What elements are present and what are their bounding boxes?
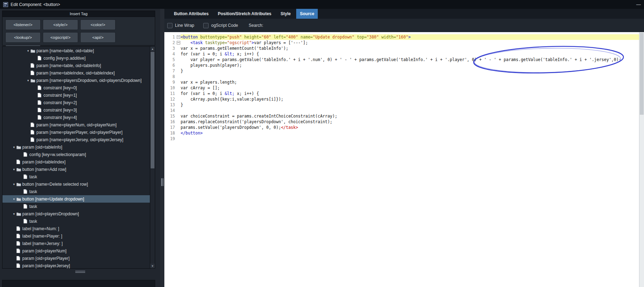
fold-gutter xyxy=(176,34,181,40)
tree-item[interactable]: constraint [key=1] xyxy=(2,91,150,99)
tree-item[interactable]: param [name=tableIndex, oid=tableIndex] xyxy=(2,69,150,77)
insert-tag-button-lookup[interactable]: <lookup/> xyxy=(5,32,41,43)
panel-splitter-handle[interactable] xyxy=(75,270,85,274)
line-number: 12 xyxy=(164,96,176,102)
code-text: var player = params.getValue('tableInfo.… xyxy=(181,57,639,62)
code-line: 13} xyxy=(164,102,639,108)
expander-icon[interactable]: ▾ xyxy=(12,212,16,216)
tree-item[interactable]: ▾param [oid=playersDropdown] xyxy=(2,210,150,217)
expander-icon[interactable]: ▾ xyxy=(12,197,16,201)
tree-item[interactable]: ▾button [name=Delete selected row] xyxy=(2,180,150,188)
fold-gutter xyxy=(176,74,181,79)
fold-gutter xyxy=(176,46,181,51)
tree-item[interactable]: task xyxy=(2,203,150,210)
file-icon xyxy=(16,160,22,164)
vertical-splitter-handle[interactable] xyxy=(163,178,163,186)
tree-item[interactable]: ▾button [name=Add row] xyxy=(2,166,150,173)
tree-item-label: param [oid=playersDropdown] xyxy=(22,211,79,216)
file-icon xyxy=(16,256,22,261)
tree-scrollbar[interactable]: ▲ ▼ xyxy=(150,47,155,268)
scroll-up-icon[interactable]: ▲ xyxy=(150,47,155,51)
tree-item[interactable]: label [name=Jersey: ] xyxy=(2,240,150,247)
tree-item[interactable]: param [oid=playerJersey] xyxy=(2,262,150,268)
tree-item[interactable]: task xyxy=(2,173,150,180)
fold-gutter xyxy=(176,85,181,91)
insert-tag-button-color[interactable]: <color/> xyxy=(80,19,116,30)
tree-item[interactable]: task xyxy=(2,217,150,225)
file-icon xyxy=(30,122,36,127)
tree-item-label: task xyxy=(29,204,37,209)
code-text xyxy=(181,136,639,142)
tab-button-attributes[interactable]: Button Attributes xyxy=(170,9,212,19)
editor-scrollbar[interactable] xyxy=(639,32,644,287)
tree-item[interactable]: ▾param [name=table, oid=table] xyxy=(2,47,150,54)
tree-item[interactable]: label [name=Num: ] xyxy=(2,225,150,232)
tree-item[interactable]: param [name=playerNum, oid=playerNum] xyxy=(2,121,150,128)
tree-item-label: constraint [key=2] xyxy=(43,100,77,105)
tree-item[interactable]: ▾param [name=playersDropdown, oid=player… xyxy=(2,77,150,84)
fold-gutter xyxy=(176,125,181,130)
code-text: var choiceConstraint = params.createIntC… xyxy=(181,113,639,119)
tab-style[interactable]: Style xyxy=(277,9,294,19)
vertical-splitter[interactable] xyxy=(160,9,164,287)
editor-toolbar: Line Wrap ogScript Code Search: xyxy=(164,19,644,32)
tab-position-stretch-attributes[interactable]: Position/Stretch Attributes xyxy=(214,9,275,19)
tree-item-label: constraint [key=0] xyxy=(43,85,77,90)
insert-tag-button-style[interactable]: <style/> xyxy=(43,19,78,30)
tree-item-label: label [name=Num: ] xyxy=(22,226,59,231)
tree-scrollbar-thumb[interactable] xyxy=(151,52,154,168)
tree-item[interactable]: label [name=Player: ] xyxy=(2,232,150,240)
vertical-splitter-handle[interactable] xyxy=(161,178,162,186)
line-wrap-label: Line Wrap xyxy=(175,23,194,28)
insert-tag-button-api[interactable]: <api/> xyxy=(80,32,116,43)
tree-item-label: constraint [key=3] xyxy=(43,108,77,113)
code-line: 2 <task tasktype="ogscript">var players … xyxy=(164,40,639,46)
code-text: var cArray = []; xyxy=(181,85,639,91)
minimize-button[interactable]: — xyxy=(633,2,641,7)
editor-scrollbar-thumb[interactable] xyxy=(640,33,644,115)
fold-toggle-icon[interactable] xyxy=(177,35,180,39)
tree-item[interactable]: param [name=table, oid=tableInfo] xyxy=(2,62,150,69)
expander-icon[interactable]: ▾ xyxy=(26,49,30,53)
folder-icon xyxy=(16,145,22,149)
code-line: 16params.replaceConstraint('playersDropd… xyxy=(164,119,639,125)
fold-toggle-icon[interactable] xyxy=(177,41,180,44)
tree-item[interactable]: param [name=playerPlayer, oid=playerPlay… xyxy=(2,128,150,136)
file-icon xyxy=(30,71,36,75)
bottom-panel xyxy=(2,280,155,287)
file-icon xyxy=(30,130,36,134)
tab-source[interactable]: Source xyxy=(296,9,318,19)
tree-item[interactable]: ▾param [oid=tableInfo] xyxy=(2,143,150,151)
tree-item[interactable]: param [name=playerJersey, oid=playerJers… xyxy=(2,136,150,143)
scroll-down-icon[interactable]: ▼ xyxy=(150,264,155,268)
file-icon xyxy=(37,85,43,90)
tree-item[interactable]: param [oid=playerNum] xyxy=(2,247,150,255)
tree-item-label: param [oid=tableInfo] xyxy=(22,145,62,150)
tree-item-label: constraint [key=4] xyxy=(43,115,77,120)
insert-tag-button-ogscript[interactable]: <ogscript/> xyxy=(43,32,78,43)
expander-icon[interactable]: ▾ xyxy=(12,145,16,149)
line-number: 11 xyxy=(164,91,176,96)
expander-icon[interactable]: ▾ xyxy=(12,183,16,186)
folder-icon xyxy=(16,182,22,186)
insert-tag-button-listener[interactable]: <listener/> xyxy=(5,19,41,30)
folder-icon xyxy=(30,78,36,83)
tree-item[interactable]: config [key=p.additive] xyxy=(2,54,150,62)
expander-icon[interactable]: ▾ xyxy=(12,168,16,171)
ogscript-code-checkbox[interactable] xyxy=(203,23,209,28)
tree-item[interactable]: config [key=w.selectionparam] xyxy=(2,151,150,158)
fold-gutter xyxy=(176,136,181,142)
tree-item[interactable]: param [oid=playerPlayer] xyxy=(2,255,150,262)
expander-icon[interactable]: ▾ xyxy=(26,79,30,82)
source-editor[interactable]: 1<button buttontype="push" height="60" l… xyxy=(164,32,639,287)
tree-item[interactable]: task xyxy=(2,188,150,195)
tree-item[interactable]: constraint [key=3] xyxy=(2,106,150,114)
tree-item[interactable]: param [oid=tableIndex] xyxy=(2,158,150,166)
tree-item[interactable]: constraint [key=4] xyxy=(2,114,150,121)
line-number: 7 xyxy=(164,68,176,74)
line-wrap-checkbox[interactable] xyxy=(167,23,172,28)
tree-item[interactable]: ▾button [name=Update dropdown] xyxy=(2,195,150,203)
tree-item[interactable]: constraint [key=0] xyxy=(2,84,150,91)
app-icon xyxy=(3,2,8,7)
tree-item[interactable]: constraint [key=2] xyxy=(2,99,150,106)
